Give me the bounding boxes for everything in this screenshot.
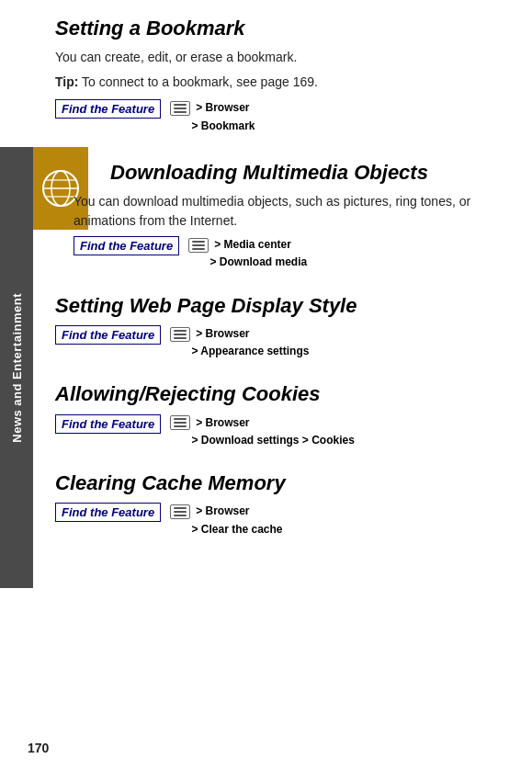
- section-title-downloading: Downloading Multimedia Objects: [110, 161, 504, 185]
- find-feature-path-webstyle: > Browser > Appearance settings: [170, 325, 309, 360]
- path-line-download-media: > Download media: [188, 254, 307, 271]
- section-body-downloading: You can download multimedia objects, suc…: [74, 192, 504, 231]
- section-title-cache: Clearing Cache Memory: [55, 471, 504, 495]
- section-body-bookmark: You can create, edit, or erase a bookmar…: [55, 48, 504, 67]
- menu-icon-downloading: [188, 238, 209, 253]
- path-line-2: > Bookmark: [170, 118, 255, 135]
- menu-line: [192, 248, 205, 250]
- page-number: 170: [28, 741, 49, 755]
- find-feature-path-cookies: > Browser > Download settings > Cookies: [170, 414, 355, 449]
- menu-line: [174, 515, 187, 516]
- path-line-appearance: > Appearance settings: [170, 343, 309, 360]
- section-bookmark: Setting a Bookmark You can create, edit,…: [55, 17, 504, 135]
- find-feature-path-bookmark: > Browser > Bookmark: [170, 99, 255, 134]
- path-step-bookmark: > Bookmark: [170, 118, 255, 135]
- menu-line: [174, 111, 187, 113]
- section-cache: Clearing Cache Memory Find the Feature >…: [55, 471, 504, 538]
- path-step-browser-ck: > Browser: [196, 414, 249, 432]
- menu-lines: [173, 506, 187, 517]
- menu-line: [174, 418, 187, 420]
- path-line-browser-ca: > Browser: [170, 503, 282, 520]
- path-step-download-settings: > Download settings > Cookies: [170, 432, 355, 449]
- path-line-download-settings: > Download settings > Cookies: [170, 432, 355, 449]
- menu-icon-webstyle: [170, 327, 190, 342]
- menu-lines: [173, 417, 187, 428]
- path-step-clear-cache: > Clear the cache: [170, 521, 282, 538]
- menu-line: [174, 337, 187, 339]
- menu-lines: [173, 329, 187, 340]
- find-feature-label-cookies: Find the Feature: [55, 414, 161, 434]
- find-feature-label-webstyle: Find the Feature: [55, 325, 161, 345]
- section-cookies: Allowing/Rejecting Cookies Find the Feat…: [55, 382, 504, 449]
- path-step-appearance: > Appearance settings: [170, 343, 309, 360]
- menu-icon-cookies: [170, 415, 190, 430]
- tip-label: Tip:: [55, 74, 78, 89]
- tip-bookmark: Tip: To connect to a bookmark, see page …: [55, 73, 504, 92]
- menu-line: [174, 334, 187, 335]
- menu-line: [174, 108, 187, 109]
- menu-line: [174, 511, 187, 513]
- section-webstyle: Setting Web Page Display Style Find the …: [55, 294, 504, 361]
- find-feature-path-downloading: > Media center > Download media: [188, 236, 307, 271]
- path-step-browser-ca: > Browser: [196, 503, 249, 520]
- section-downloading: Downloading Multimedia Objects You can d…: [46, 157, 504, 272]
- sidebar-text: News and Entertainment: [10, 293, 24, 443]
- find-feature-label-downloading: Find the Feature: [74, 236, 179, 255]
- find-feature-label-bookmark: Find the Feature: [55, 99, 161, 119]
- menu-line: [174, 425, 187, 427]
- find-feature-row-webstyle: Find the Feature > Browser > Appearance …: [55, 325, 504, 360]
- menu-line: [174, 507, 187, 509]
- path-step-download-media: > Download media: [188, 254, 307, 271]
- page-container: News and Entertainment Setting a Bookmar…: [0, 0, 532, 770]
- menu-line: [192, 241, 205, 243]
- menu-line: [192, 244, 205, 246]
- find-feature-row-bookmark: Find the Feature > Browser > Bookmark: [55, 99, 504, 134]
- sidebar-label: News and Entertainment: [0, 147, 33, 588]
- find-feature-label-cache: Find the Feature: [55, 503, 161, 522]
- path-line-1: > Browser: [170, 99, 255, 117]
- menu-lines: [191, 240, 206, 251]
- menu-line: [174, 330, 187, 332]
- path-line-media: > Media center: [188, 236, 307, 254]
- menu-icon-cache: [170, 504, 190, 519]
- section-title-webstyle: Setting Web Page Display Style: [55, 294, 504, 318]
- find-feature-row-downloading: Find the Feature > Media center > Downlo…: [74, 236, 504, 271]
- path-step-media: > Media center: [214, 236, 291, 254]
- path-step-browser-ws: > Browser: [196, 325, 249, 343]
- menu-line: [174, 104, 187, 106]
- menu-lines: [173, 103, 187, 114]
- section-title-bookmark: Setting a Bookmark: [55, 17, 504, 40]
- find-feature-row-cache: Find the Feature > Browser > Clear the c…: [55, 503, 504, 538]
- find-feature-path-cache: > Browser > Clear the cache: [170, 503, 282, 538]
- menu-icon-bookmark: [170, 101, 190, 116]
- find-feature-row-cookies: Find the Feature > Browser > Download se…: [55, 414, 504, 449]
- path-line-browser-ck: > Browser: [170, 414, 355, 432]
- menu-line: [174, 422, 187, 424]
- section-title-cookies: Allowing/Rejecting Cookies: [55, 382, 504, 406]
- path-line-clear-cache: > Clear the cache: [170, 521, 282, 538]
- tip-content: To connect to a bookmark, see page 169.: [82, 74, 318, 89]
- path-line-browser-ws: > Browser: [170, 325, 309, 343]
- path-step-browser: > Browser: [196, 99, 249, 117]
